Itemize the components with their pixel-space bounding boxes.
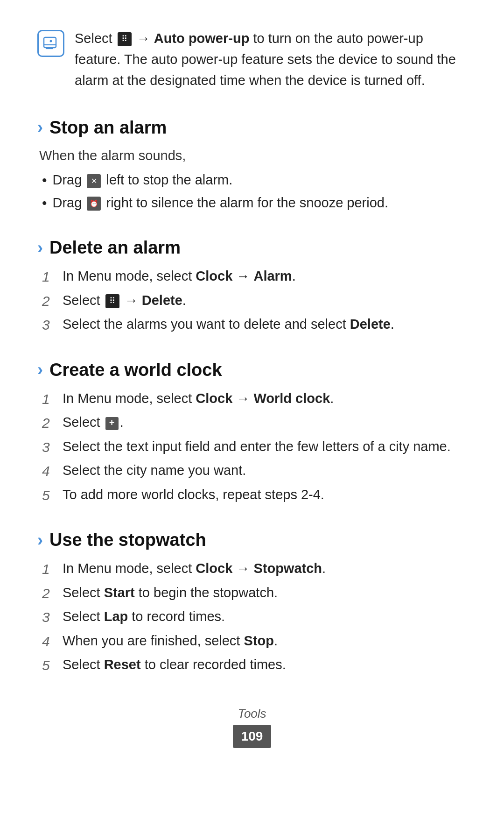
footer-label: Tools (37, 705, 467, 723)
step-text-world-clock-5: To add more world clocks, repeat steps 2… (63, 484, 467, 505)
info-box-text: Select → Auto power-up to turn on the au… (75, 28, 467, 91)
step-delete-alarm-2: 2 Select → Delete. (42, 290, 467, 312)
bullet-dot-1: • (42, 170, 47, 191)
step-world-clock-3: 3 Select the text input field and enter … (42, 436, 467, 459)
step-num-sw-1: 1 (42, 558, 63, 580)
step-num-sw-3: 3 (42, 606, 63, 629)
snooze-inline-icon (87, 197, 101, 211)
info-icon (37, 30, 64, 57)
step-text-stopwatch-4: When you are finished, select Stop. (63, 630, 467, 651)
step-text-world-clock-3: Select the text input field and enter th… (63, 436, 467, 457)
svg-point-5 (50, 40, 52, 42)
step-text-stopwatch-2: Select Start to begin the stopwatch. (63, 582, 467, 603)
step-num-wc-4: 4 (42, 460, 63, 482)
step-stopwatch-2: 2 Select Start to begin the stopwatch. (42, 582, 467, 605)
step-num-wc-3: 3 (42, 436, 63, 459)
section-title-stopwatch: Use the stopwatch (49, 527, 206, 553)
section-world-clock: › Create a world clock 1 In Menu mode, s… (37, 357, 467, 507)
step-world-clock-1: 1 In Menu mode, select Clock → World clo… (42, 388, 467, 410)
bullet-dot-2: • (42, 192, 47, 214)
step-world-clock-4: 4 Select the city name you want. (42, 460, 467, 482)
step-delete-alarm-1: 1 In Menu mode, select Clock → Alarm. (42, 266, 467, 288)
step-text-stopwatch-5: Select Reset to clear recorded times. (63, 654, 467, 675)
step-text-world-clock-2: Select . (63, 412, 467, 433)
step-text-delete-alarm-1: In Menu mode, select Clock → Alarm. (63, 266, 467, 287)
step-num-wc-2: 2 (42, 412, 63, 434)
stop-alarm-bullets: • Drag left to stop the alarm. • Drag ri… (42, 170, 467, 214)
delete-alarm-steps: 1 In Menu mode, select Clock → Alarm. 2 … (42, 266, 467, 336)
menu-inline-icon-2 (105, 294, 119, 308)
step-stopwatch-4: 4 When you are finished, select Stop. (42, 630, 467, 653)
section-heading-stopwatch: › Use the stopwatch (37, 527, 467, 553)
section-stopwatch: › Use the stopwatch 1 In Menu mode, sele… (37, 527, 467, 677)
step-text-world-clock-4: Select the city name you want. (63, 460, 467, 481)
step-num-sw-5: 5 (42, 654, 63, 677)
info-box: Select → Auto power-up to turn on the au… (37, 28, 467, 91)
section-stop-alarm: › Stop an alarm When the alarm sounds, •… (37, 114, 467, 214)
step-text-delete-alarm-3: Select the alarms you want to delete and… (63, 314, 467, 335)
section-delete-alarm: › Delete an alarm 1 In Menu mode, select… (37, 234, 467, 336)
step-text-delete-alarm-2: Select → Delete. (63, 290, 467, 311)
step-num-wc-1: 1 (42, 388, 63, 410)
x-inline-icon (87, 174, 101, 188)
step-world-clock-2: 2 Select . (42, 412, 467, 434)
step-num-sw-4: 4 (42, 630, 63, 653)
step-text-world-clock-1: In Menu mode, select Clock → World clock… (63, 388, 467, 409)
step-num-2: 2 (42, 290, 63, 312)
step-stopwatch-5: 5 Select Reset to clear recorded times. (42, 654, 467, 677)
bullet-text-2: Drag right to silence the alarm for the … (53, 192, 467, 213)
page-number: 109 (233, 725, 272, 748)
section-title-delete-alarm: Delete an alarm (49, 234, 181, 261)
section-heading-stop-alarm: › Stop an alarm (37, 114, 467, 141)
step-stopwatch-1: 1 In Menu mode, select Clock → Stopwatch… (42, 558, 467, 580)
section-heading-delete-alarm: › Delete an alarm (37, 234, 467, 261)
plus-inline-icon (105, 417, 119, 430)
svg-rect-0 (44, 37, 56, 48)
step-world-clock-5: 5 To add more world clocks, repeat steps… (42, 484, 467, 507)
section-heading-world-clock: › Create a world clock (37, 357, 467, 383)
section-subtitle-stop-alarm: When the alarm sounds, (39, 146, 467, 166)
chevron-icon-stopwatch: › (37, 532, 43, 549)
stopwatch-steps: 1 In Menu mode, select Clock → Stopwatch… (42, 558, 467, 677)
step-stopwatch-3: 3 Select Lap to record times. (42, 606, 467, 629)
page-footer: Tools 109 (37, 705, 467, 748)
chevron-icon-delete-alarm: › (37, 240, 43, 256)
step-text-stopwatch-1: In Menu mode, select Clock → Stopwatch. (63, 558, 467, 579)
bullet-stop-alarm-1: • Drag left to stop the alarm. (42, 170, 467, 191)
step-num-wc-5: 5 (42, 484, 63, 507)
bullet-text-1: Drag left to stop the alarm. (53, 170, 467, 191)
bullet-stop-alarm-2: • Drag right to silence the alarm for th… (42, 192, 467, 214)
step-num-1: 1 (42, 266, 63, 288)
chevron-icon-world-clock: › (37, 361, 43, 378)
section-title-world-clock: Create a world clock (49, 357, 222, 383)
step-num-3: 3 (42, 314, 63, 336)
section-title-stop-alarm: Stop an alarm (49, 114, 167, 141)
world-clock-steps: 1 In Menu mode, select Clock → World clo… (42, 388, 467, 507)
step-num-sw-2: 2 (42, 582, 63, 605)
chevron-icon-stop-alarm: › (37, 119, 43, 136)
step-text-stopwatch-3: Select Lap to record times. (63, 606, 467, 627)
step-delete-alarm-3: 3 Select the alarms you want to delete a… (42, 314, 467, 336)
menu-inline-icon (118, 32, 132, 46)
